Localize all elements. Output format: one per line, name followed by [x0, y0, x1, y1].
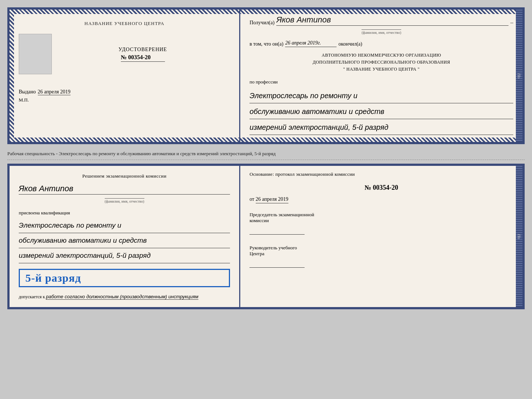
rukovod-line1: Руководитель учебного	[249, 245, 513, 251]
side-bar-right: ITo	[516, 10, 522, 142]
poluchil-label: Получил(а)	[249, 20, 274, 26]
rank-badge: 5-й разряд	[19, 269, 230, 287]
chairman-block: Председатель экзаменационной комиссии	[249, 212, 513, 235]
допускается-label: допускается к	[19, 294, 45, 299]
org-line2: ДОПОЛНИТЕЛЬНОГО ПРОФЕССИОНАЛЬНОГО ОБРАЗО…	[249, 59, 513, 66]
photo-placeholder	[19, 34, 52, 74]
osnov-text: Основание: протокол экзаменационной коми…	[249, 171, 513, 177]
cert-label: УДОСТОВЕРЕНИЕ	[119, 47, 167, 53]
cert-bottom-left: Решением экзаменационной комиссии Яков А…	[10, 166, 240, 307]
cert-bottom-right: Основание: протокол экзаменационной коми…	[240, 166, 522, 307]
ot-label: от	[249, 196, 254, 202]
specialty-text: Рабочая специальность - Электрослесарь п…	[7, 148, 525, 160]
mp-label: М.П.	[19, 97, 71, 103]
fio-label-bottom: (фамилия, имя, отчество)	[105, 198, 144, 203]
qual-line3: измерений электростанций, 5-й разряд	[19, 249, 230, 263]
ito-mark-bottom: ITo	[517, 234, 521, 239]
certificate-top: НАЗВАНИЕ УЧЕБНОГО ЦЕНТРА УДОСТОВЕРЕНИЕ №…	[7, 7, 525, 144]
qual-line1: Электрослесарь по ремонту и	[19, 219, 230, 233]
cert-top-left: НАЗВАНИЕ УЧЕБНОГО ЦЕНТРА УДОСТОВЕРЕНИЕ №…	[10, 10, 240, 142]
protocol-number: № 00354-20	[249, 184, 513, 192]
recipient-name: Яков Антипов	[276, 15, 508, 26]
org-line1: АВТОНОМНУЮ НЕКОММЕРЧЕСКУЮ ОРГАНИЗАЦИЮ	[249, 52, 513, 59]
допускается-cursive: работе согласно должностным (производств…	[46, 294, 198, 300]
okonchil-label: окончил(а)	[338, 41, 362, 47]
side-bar-right-bottom: ITo	[516, 166, 522, 307]
issued-date: 26 апреля 2019	[38, 89, 71, 95]
page-wrapper: НАЗВАНИЕ УЧЕБНОГО ЦЕНТРА УДОСТОВЕРЕНИЕ №…	[7, 7, 525, 309]
recipient-line: Получил(а) Яков Антипов –	[249, 15, 513, 26]
chairman-line1: Председатель экзаменационной	[249, 212, 513, 218]
resolution-text: Решением экзаменационной комиссии	[19, 173, 230, 179]
cert-top-right: Получил(а) Яков Антипов – (фамилия, имя,…	[240, 10, 522, 142]
profession-line2: обслуживанию автоматики и средств	[249, 105, 513, 119]
certificate-bottom: Решением экзаменационной комиссии Яков А…	[7, 164, 525, 309]
profession-line3: измерений электростанций, 5-й разряд	[249, 121, 513, 135]
fio-wrapper-bottom: (фамилия, имя, отчество)	[19, 197, 230, 204]
org-line3: " НАЗВАНИЕ УЧЕБНОГО ЦЕНТРА "	[249, 66, 513, 73]
vtom-line: в том, что он(а) 26 апреля 2019г. окончи…	[249, 40, 513, 47]
assigned-qual: присвоена квалификация	[19, 210, 230, 216]
cert-number: № 00354-20	[121, 54, 165, 62]
from-date: от 26 апреля 2019	[249, 196, 513, 203]
chairman-signature	[249, 227, 305, 235]
rukovod-line2: Центра	[249, 251, 513, 257]
fio-label-top: (фамилия, имя, отчество)	[362, 29, 401, 35]
bottom-name-cursive: Яков Антипов	[19, 184, 230, 195]
qual-line2: обслуживанию автоматики и средств	[19, 234, 230, 248]
profession-cursive: Электрослесарь по ремонту и обслуживанию…	[249, 89, 513, 136]
center-title: НАЗВАНИЕ УЧЕБНОГО ЦЕНТРА	[85, 21, 164, 26]
profession-line1: Электрослесарь по ремонту и	[249, 89, 513, 103]
ito-mark: ITo	[517, 73, 521, 78]
rukovod-block: Руководитель учебного Центра	[249, 245, 513, 268]
qual-cursive: Электрослесарь по ремонту и обслуживанию…	[19, 219, 230, 264]
org-block: АВТОНОМНУЮ НЕКОММЕРЧЕСКУЮ ОРГАНИЗАЦИЮ ДО…	[249, 52, 513, 73]
chairman-line2: комиссии	[249, 218, 513, 224]
fio-wrapper: (фамилия, имя, отчество)	[249, 29, 513, 35]
poprofessii-label: по профессии	[249, 79, 513, 85]
issued-label: Выдано	[19, 89, 36, 95]
date-val: 26 апреля 2019г.	[285, 40, 337, 47]
rukovod-signature	[249, 260, 305, 268]
ot-date: 26 апреля 2019	[256, 196, 288, 203]
допускается-line: допускается к работе согласно должностны…	[19, 294, 230, 300]
vtom-label: в том, что он(а)	[249, 41, 283, 47]
